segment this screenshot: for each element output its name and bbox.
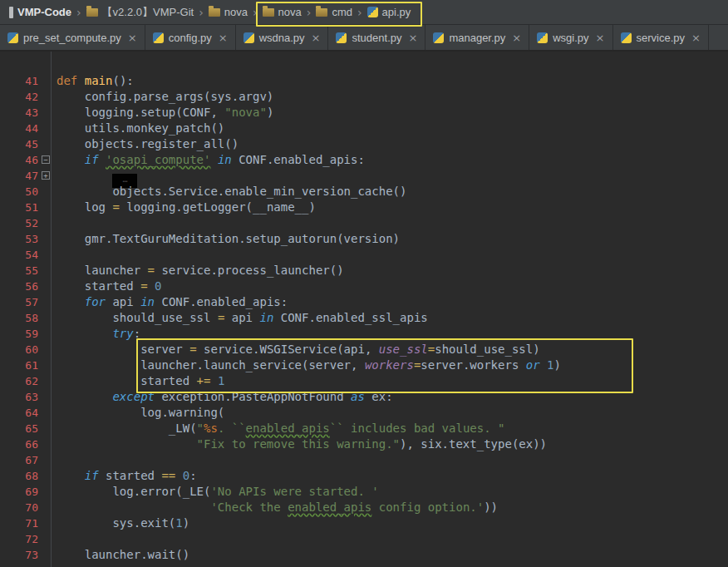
code-text[interactable]: gmr.TextGuruMeditation.setup_autorun(ver… bbox=[52, 231, 400, 247]
line-number[interactable]: 41 bbox=[0, 73, 52, 89]
code-text[interactable]: log.warning( bbox=[52, 405, 224, 421]
code-text[interactable] bbox=[52, 168, 137, 184]
code-text[interactable] bbox=[52, 452, 57, 468]
line-number[interactable]: 45 bbox=[0, 136, 52, 152]
line-number[interactable]: 65 bbox=[0, 421, 52, 436]
breadcrumb-item-nova[interactable]: nova bbox=[206, 4, 250, 20]
code-text[interactable]: objects.Service.enable_min_version_cache… bbox=[52, 184, 406, 200]
tab-wsdna.py[interactable]: wsdna.py× bbox=[236, 25, 329, 50]
code-text[interactable]: "Fix to remove this warning."), six.text… bbox=[52, 436, 547, 452]
tab-manager.py[interactable]: manager.py× bbox=[425, 25, 529, 50]
breadcrumb-item-nova[interactable]: nova bbox=[260, 4, 304, 20]
code-text[interactable]: def main(): bbox=[52, 73, 134, 89]
code-text[interactable]: except exception.PasteAppNotFound as ex: bbox=[52, 389, 393, 405]
code-text[interactable]: logging.setup(CONF, "nova") bbox=[52, 105, 273, 121]
line-number[interactable]: 61 bbox=[0, 357, 52, 373]
code-token: launcher.wait() bbox=[57, 548, 189, 561]
breadcrumb-item-VMP-Code[interactable]: VMP-Code bbox=[7, 4, 74, 20]
line-number[interactable]: 62 bbox=[0, 373, 52, 389]
line-number[interactable]: 55 bbox=[0, 263, 52, 279]
line-number[interactable]: 46− bbox=[0, 152, 52, 168]
line-number[interactable]: 71 bbox=[0, 515, 52, 531]
code-text[interactable]: _LW("%s. ``enabled_apis`` includes bad v… bbox=[52, 421, 504, 436]
code-text[interactable]: if started == 0: bbox=[52, 468, 197, 484]
line-number[interactable]: 60 bbox=[0, 342, 52, 357]
tab-config.py[interactable]: config.py× bbox=[145, 25, 236, 50]
line-number[interactable]: 52 bbox=[0, 215, 52, 231]
code-text[interactable]: objects.register_all() bbox=[52, 136, 239, 152]
line-number[interactable]: 42 bbox=[0, 89, 52, 105]
code-text[interactable] bbox=[52, 531, 57, 547]
code-token: CONF.enabled_apis: bbox=[232, 153, 365, 166]
line-number[interactable]: 57 bbox=[0, 294, 52, 310]
tab-wsgi.py[interactable]: wsgi.py× bbox=[529, 25, 612, 50]
fold-expand-icon[interactable]: + bbox=[42, 171, 50, 180]
line-number[interactable]: 70 bbox=[0, 500, 52, 515]
tab-student.py[interactable]: student.py× bbox=[328, 25, 425, 50]
code-token: 'Check the bbox=[210, 500, 288, 514]
code-text[interactable]: launcher = service.process_launcher() bbox=[52, 263, 344, 279]
code-token: server bbox=[57, 343, 189, 356]
breadcrumb-label: nova bbox=[224, 6, 248, 18]
code-token: += bbox=[197, 374, 211, 387]
folder-icon bbox=[316, 8, 327, 17]
close-tab-icon[interactable]: × bbox=[219, 32, 228, 44]
code-text[interactable]: log.error(_LE('No APIs were started. ' bbox=[52, 484, 379, 500]
line-number[interactable]: 44 bbox=[0, 121, 52, 136]
breadcrumb-item-cmd[interactable]: cmd bbox=[313, 4, 355, 20]
line-number[interactable]: 53 bbox=[0, 231, 52, 247]
line-number[interactable]: 73 bbox=[0, 547, 52, 563]
code-text[interactable]: should_use_ssl = api in CONF.enabled_ssl… bbox=[52, 310, 428, 326]
line-number[interactable]: 56 bbox=[0, 279, 52, 294]
tab-pre_set_compute.py[interactable]: pre_set_compute.py× bbox=[0, 25, 145, 50]
code-text[interactable] bbox=[52, 215, 57, 231]
tab-service.py[interactable]: service.py× bbox=[613, 25, 709, 50]
code-text[interactable]: launcher.launch_service(server, workers=… bbox=[52, 357, 561, 373]
code-text[interactable]: started += 1 bbox=[52, 373, 224, 389]
code-text[interactable] bbox=[52, 247, 57, 263]
code-text[interactable]: config.parse_args(sys.argv) bbox=[52, 89, 273, 105]
code-token: def bbox=[57, 74, 77, 87]
line-number[interactable]: 64 bbox=[0, 405, 52, 421]
close-tab-icon[interactable]: × bbox=[512, 32, 521, 44]
code-text[interactable]: server = service.WSGIService(api, use_ss… bbox=[52, 342, 540, 357]
close-tab-icon[interactable]: × bbox=[596, 32, 605, 44]
code-text[interactable]: try: bbox=[52, 326, 140, 342]
line-number[interactable]: 59 bbox=[0, 326, 52, 342]
close-tab-icon[interactable]: × bbox=[691, 32, 701, 44]
code-token: should_use_ssl) bbox=[435, 343, 539, 356]
code-editor[interactable]: 41def main():42 config.parse_args(sys.ar… bbox=[0, 52, 728, 567]
line-number[interactable]: 43 bbox=[0, 105, 52, 121]
tab-label: wsgi.py bbox=[553, 32, 588, 44]
code-text[interactable]: 'Check the enabled_apis config option.')… bbox=[52, 500, 498, 515]
breadcrumb-item-v2.2.0VMP-Git[interactable]: 【v2.2.0】VMP-Git bbox=[84, 3, 197, 22]
code-text[interactable]: launcher.wait() bbox=[52, 547, 189, 563]
line-number[interactable]: 51 bbox=[0, 200, 52, 215]
close-tab-icon[interactable]: × bbox=[312, 32, 321, 44]
close-tab-icon[interactable]: × bbox=[128, 32, 137, 44]
line-number[interactable]: 68 bbox=[0, 468, 52, 484]
line-number[interactable]: 50 bbox=[0, 184, 52, 200]
breadcrumb-item-api.py[interactable]: api.py bbox=[365, 4, 414, 20]
line-number[interactable]: 69 bbox=[0, 484, 52, 500]
python-file-icon bbox=[433, 32, 444, 43]
line-number[interactable]: 54 bbox=[0, 247, 52, 263]
line-number[interactable]: 66 bbox=[0, 436, 52, 452]
code-text[interactable]: started = 0 bbox=[52, 279, 161, 294]
tab-label: pre_set_compute.py bbox=[23, 32, 121, 44]
tab-label: config.py bbox=[169, 32, 212, 44]
line-number[interactable]: 47+ bbox=[0, 168, 52, 184]
close-tab-icon[interactable]: × bbox=[408, 32, 417, 44]
line-number[interactable]: 58 bbox=[0, 310, 52, 326]
code-text[interactable]: for api in CONF.enabled_apis: bbox=[52, 294, 288, 310]
code-text[interactable]: log = logging.getLogger(__name__) bbox=[52, 200, 316, 215]
code-text[interactable]: utils.monkey_patch() bbox=[52, 121, 224, 136]
code-text[interactable]: sys.exit(1) bbox=[52, 515, 189, 531]
tab-label: service.py bbox=[637, 32, 686, 44]
fold-collapse-icon[interactable]: − bbox=[42, 155, 50, 164]
project-icon bbox=[9, 7, 13, 18]
code-text[interactable]: if 'osapi_compute' in CONF.enabled_apis: bbox=[52, 152, 365, 168]
line-number[interactable]: 67 bbox=[0, 452, 52, 468]
line-number[interactable]: 63 bbox=[0, 389, 52, 405]
line-number[interactable]: 72 bbox=[0, 531, 52, 547]
